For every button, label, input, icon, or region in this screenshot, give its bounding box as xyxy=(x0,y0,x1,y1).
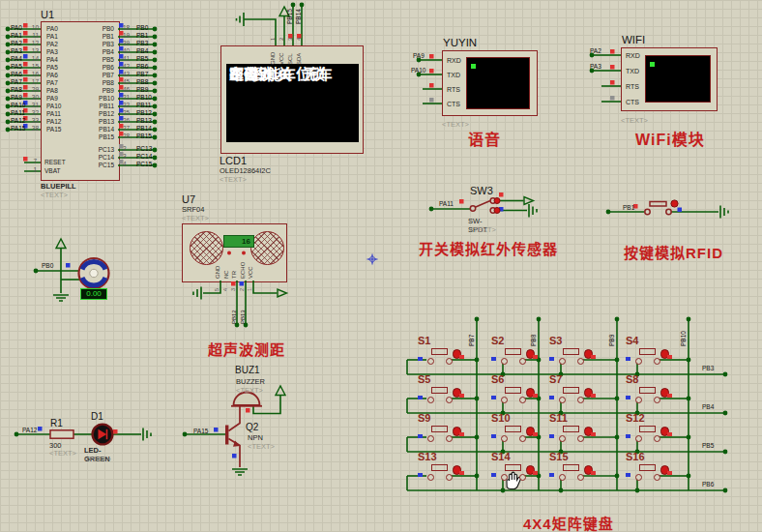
keypad-button[interactable]: S15 xyxy=(549,453,596,482)
pin-number: 40 xyxy=(123,47,130,54)
net-label: PA12 xyxy=(11,117,25,124)
keypad-button[interactable]: S4 xyxy=(626,337,672,366)
state-marker-high xyxy=(667,432,672,437)
sonar-pin-name: VCC xyxy=(248,257,253,279)
button-cap-icon xyxy=(639,387,656,394)
transducer-icon xyxy=(250,231,284,265)
state-marker-low xyxy=(418,357,423,362)
keypad-button[interactable]: S9 xyxy=(418,414,464,443)
lcd-screen: 智能车位锁 车位锁:关 距离:016 无车 密码:* xyxy=(226,64,359,142)
keypad-button[interactable]: S10 xyxy=(491,414,538,443)
button-terminal xyxy=(577,358,584,365)
module-pin-name: RTS xyxy=(626,83,639,90)
switch-text-placeholder: <TEXT> xyxy=(469,225,496,234)
button-terminal xyxy=(559,474,566,481)
button-terminal xyxy=(519,474,526,481)
button-terminal xyxy=(559,435,566,442)
lcd-pin-number: 1 xyxy=(270,29,276,41)
button-cap-icon xyxy=(639,426,656,432)
net-label: PB5 xyxy=(702,442,714,449)
button-cap-icon xyxy=(505,348,521,355)
keypad-button[interactable]: S7 xyxy=(549,375,596,404)
pin-number: 21 xyxy=(123,94,130,101)
state-marker-high xyxy=(533,432,538,437)
keypad-button[interactable]: S11 xyxy=(549,414,596,443)
keypad-button-label: S12 xyxy=(626,412,645,424)
state-marker-low xyxy=(491,357,496,362)
button-terminal xyxy=(577,397,584,403)
motor-symbol xyxy=(79,258,109,288)
state-marker-low xyxy=(626,396,630,400)
net-label: PB10 xyxy=(136,94,152,101)
led-ref: D1 xyxy=(91,411,103,422)
button-terminal xyxy=(501,358,508,365)
keypad-button[interactable]: S14 xyxy=(491,453,538,482)
keypad-button[interactable]: S8 xyxy=(626,375,672,404)
net-label: PB7 xyxy=(468,323,475,346)
state-marker-high xyxy=(667,471,672,476)
net-label: PB9 xyxy=(136,86,148,93)
wifi-text-placeholder: <TEXT> xyxy=(621,116,648,125)
pin-number: 27 xyxy=(123,125,130,132)
state-marker-low xyxy=(418,434,423,439)
led-symbol xyxy=(93,425,113,445)
button-terminal xyxy=(427,474,434,481)
state-marker-high xyxy=(591,471,596,476)
net-label: PB11 xyxy=(136,102,151,108)
pin-name: PB13 xyxy=(73,118,114,125)
net-label: PA8 xyxy=(11,86,22,93)
pin-name: PB8 xyxy=(73,79,114,86)
keypad-button[interactable]: S6 xyxy=(491,375,538,404)
buzzer-text-placeholder: <TEXT> xyxy=(236,386,263,395)
keypad-button[interactable]: S16 xyxy=(626,453,672,482)
net-label: PA5 xyxy=(11,63,22,70)
pin-name: PC13 xyxy=(73,146,114,153)
button-cap-icon xyxy=(563,426,579,432)
net-label-sda: PB14 xyxy=(295,7,302,24)
pin-number: 15 xyxy=(27,63,39,70)
net-label-pa3: PA3 xyxy=(590,63,601,70)
keypad-button[interactable]: S13 xyxy=(418,453,464,482)
net-label: PB4 xyxy=(702,403,714,410)
keypad-button[interactable]: S5 xyxy=(418,375,464,404)
sonar-pin-name: ECHO xyxy=(240,257,246,279)
keypad-button-label: S4 xyxy=(626,335,638,346)
keypad-button[interactable]: S1 xyxy=(418,337,464,366)
wifi-module[interactable]: WIFI RXDTXDRTSCTS xyxy=(621,47,718,111)
lcd-pin-name: SCL xyxy=(287,47,293,65)
pin-number: 29 xyxy=(27,86,39,93)
net-label: PB1 xyxy=(136,32,148,39)
voice-module[interactable]: YUYIN RXDTXDRTSCTS xyxy=(442,50,538,116)
module-pin-name: RXD xyxy=(447,57,461,64)
pin-number: 7 xyxy=(29,158,37,164)
lcd-text-placeholder: <TEXT> xyxy=(220,175,247,184)
net-label: PA10 xyxy=(11,102,25,108)
keypad-button-label: S7 xyxy=(549,373,562,385)
keypad-button[interactable]: S12 xyxy=(626,414,672,443)
sonar-ref: U7 xyxy=(182,193,195,205)
schematic-canvas[interactable]: U1 PA0 10 PA0 PA1 11 PA1 PA2 12 PA2 PA3 xyxy=(0,0,762,532)
net-label: PB6 xyxy=(136,63,148,70)
net-label-pa10: PA10 xyxy=(411,67,425,74)
ir-switch-caption: 开关模拟红外传感器 xyxy=(419,238,558,258)
pin-number: 43 xyxy=(123,71,130,77)
net-label: PB7 xyxy=(136,71,148,77)
lcd-pin-name: GND xyxy=(270,47,276,65)
rfid-button-actuator-icon[interactable] xyxy=(671,200,678,207)
state-marker-low xyxy=(418,473,423,478)
switch-and-button-symbols xyxy=(470,198,671,215)
net-label: PA11 xyxy=(11,109,25,116)
net-label: PC15 xyxy=(136,161,152,167)
keypad-button-label: S5 xyxy=(418,373,430,385)
sonar-text-placeholder: <TEXT> xyxy=(182,214,209,222)
wifi-caption: WiFi模块 xyxy=(635,127,705,150)
pin-number: 14 xyxy=(27,55,39,62)
lcd-pin-number: 4 xyxy=(296,29,302,41)
pin-name: PB11 xyxy=(73,103,114,109)
voice-module-title: YUYIN xyxy=(443,37,477,48)
sonar-pin-name: NC xyxy=(223,257,229,279)
keypad-button[interactable]: S3 xyxy=(549,337,596,366)
switch-actuator-icon[interactable] xyxy=(494,198,500,214)
pin-number: 46 xyxy=(123,86,130,93)
state-marker-high xyxy=(591,355,596,360)
